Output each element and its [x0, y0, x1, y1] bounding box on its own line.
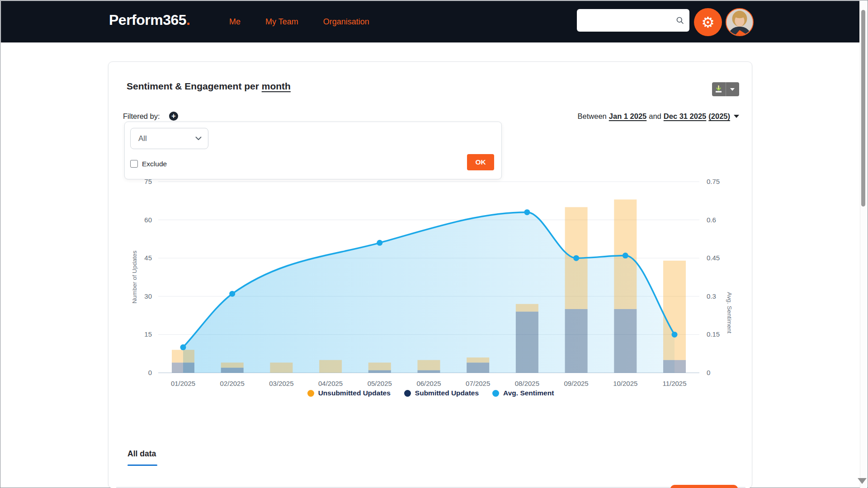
sentiment-point [672, 332, 678, 338]
legend-item-avg-sentiment[interactable]: Avg. Sentiment [492, 389, 554, 397]
page-title: Sentiment & Engagement per month [127, 81, 291, 92]
search-box[interactable] [577, 9, 689, 32]
bar-submitted [418, 370, 440, 373]
svg-text:0.45: 0.45 [707, 254, 720, 262]
svg-text:0.15: 0.15 [707, 330, 720, 338]
nav-item-organisation[interactable]: Organisation [323, 17, 369, 27]
right-axis-title: Avg. Sentiment [726, 292, 733, 333]
bar-submitted [565, 309, 588, 373]
title-period-link[interactable]: month [262, 81, 291, 91]
user-avatar[interactable] [726, 8, 754, 36]
title-prefix: Sentiment & Engagement per [127, 81, 262, 91]
download-options-button[interactable] [726, 82, 740, 96]
date-range-year-badge[interactable]: (2025) [708, 112, 730, 121]
bar-submitted [467, 362, 489, 373]
bar-submitted [221, 368, 244, 373]
svg-text:45: 45 [144, 254, 152, 262]
bar-unsubmitted [270, 362, 292, 373]
scrollbar-track[interactable] [860, 1, 867, 488]
bar-submitted [614, 309, 637, 373]
app-logo[interactable]: Perform365. [109, 12, 190, 28]
settings-button[interactable]: ⚙ [694, 8, 722, 36]
download-icon [715, 85, 722, 93]
filter-select[interactable]: All [130, 128, 208, 149]
legend-item-unsubmitted-updates[interactable]: Unsubmitted Updates [307, 389, 391, 397]
table-top-divider [116, 487, 745, 488]
download-split-button [712, 82, 739, 96]
date-range-end[interactable]: Dec 31 2025 [664, 112, 707, 121]
sentiment-point [180, 344, 186, 350]
sentiment-point [573, 255, 579, 261]
chevron-down-icon [730, 88, 735, 91]
x-axis-label: 06/2025 [416, 380, 441, 387]
legend-dot-orange [307, 390, 314, 397]
svg-text:0: 0 [707, 369, 710, 376]
svg-text:60: 60 [144, 216, 152, 224]
date-range-caret-icon[interactable] [734, 115, 739, 118]
app-logo-text: Perform365 [109, 12, 186, 28]
date-range-start[interactable]: Jan 1 2025 [609, 112, 646, 121]
date-range-prefix: Between [578, 112, 607, 121]
sentiment-area [183, 212, 675, 373]
filter-panel: All Exclude OK [124, 122, 502, 179]
svg-text:0.6: 0.6 [707, 216, 716, 224]
x-axis-label: 08/2025 [515, 380, 539, 387]
sentiment-point [623, 253, 628, 258]
filter-select-value: All [138, 134, 195, 143]
x-axis-label: 04/2025 [318, 380, 343, 387]
svg-text:0.75: 0.75 [707, 178, 720, 185]
x-axis-label: 05/2025 [368, 380, 392, 387]
bar-unsubmitted [418, 360, 440, 371]
bar-submitted [516, 312, 538, 373]
bar-unsubmitted [467, 357, 489, 362]
x-axis-label: 11/2025 [662, 380, 686, 387]
bar-submitted [172, 362, 194, 373]
exclude-checkbox-label: Exclude [142, 160, 167, 168]
legend-label: Unsubmitted Updates [318, 389, 391, 397]
legend-label: Submitted Updates [415, 389, 479, 397]
filter-ok-button[interactable]: OK [467, 154, 494, 170]
sentiment-engagement-chart: 00150.15300.3450.45600.6750.7501/202502/… [108, 177, 752, 394]
svg-text:0.3: 0.3 [707, 292, 716, 300]
legend-label: Avg. Sentiment [503, 389, 554, 397]
bar-submitted [368, 370, 391, 373]
download-button[interactable] [712, 82, 726, 96]
tab-all-data-underline [127, 465, 157, 466]
filtered-by-label: Filtered by: [123, 112, 160, 121]
search-input[interactable] [582, 11, 676, 29]
legend-item-submitted-updates[interactable]: Submitted Updates [404, 389, 479, 397]
exclude-checkbox[interactable] [130, 160, 138, 168]
app-logo-dot: . [186, 12, 190, 28]
add-filter-button[interactable]: + [169, 112, 178, 121]
avatar-photo [726, 9, 753, 35]
sentiment-point [377, 240, 382, 246]
legend-dot-navy [404, 390, 411, 397]
legend-dot-blue [492, 390, 499, 397]
svg-text:0: 0 [148, 369, 152, 376]
x-axis-label: 10/2025 [613, 380, 637, 387]
x-axis-label: 01/2025 [171, 380, 195, 387]
search-icon [676, 15, 684, 25]
nav-item-me[interactable]: Me [229, 17, 241, 27]
x-axis-label: 03/2025 [269, 380, 293, 387]
x-axis-label: 02/2025 [220, 380, 245, 387]
main-navigation: Me My Team Organisation [229, 1, 369, 42]
scrollbar-down-arrow[interactable] [858, 478, 867, 484]
x-axis-label: 07/2025 [466, 380, 490, 387]
sentiment-point [229, 291, 235, 297]
svg-text:30: 30 [144, 292, 152, 300]
date-range-conjunction: and [649, 112, 661, 121]
bottom-action-button[interactable] [670, 485, 738, 488]
date-range-control: Between Jan 1 2025 and Dec 31 2025 (2025… [578, 112, 739, 121]
tab-all-data[interactable]: All data [127, 449, 156, 459]
bar-submitted [663, 360, 686, 373]
sentiment-engagement-card: Sentiment & Engagement per month Filtere… [108, 61, 752, 488]
bar-unsubmitted [172, 350, 194, 362]
chart-legend: Unsubmitted Updates Submitted Updates Av… [108, 389, 752, 397]
select-chevron-icon [195, 136, 202, 141]
svg-text:15: 15 [144, 330, 152, 338]
scrollbar-thumb[interactable] [861, 10, 865, 206]
sentiment-point [524, 209, 530, 215]
bar-unsubmitted [516, 304, 538, 312]
nav-item-my-team[interactable]: My Team [265, 17, 298, 27]
